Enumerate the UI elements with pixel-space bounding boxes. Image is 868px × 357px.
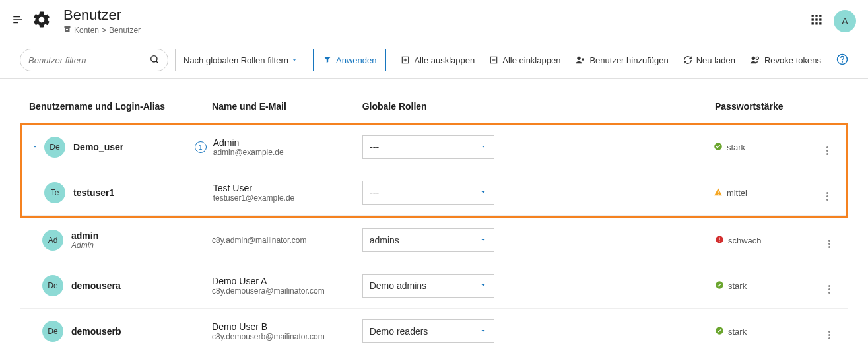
user-display-name: Demo User B xyxy=(212,321,362,332)
user-display-name: Admin xyxy=(213,137,362,148)
warning-triangle-icon xyxy=(714,187,723,199)
role-select[interactable]: Demo readers xyxy=(362,319,494,343)
svg-point-22 xyxy=(752,57,755,60)
svg-rect-4 xyxy=(815,15,817,17)
highlighted-rows: DeDemo_user1Adminadmin@example.de---star… xyxy=(20,123,848,218)
role-select-value: --- xyxy=(370,142,379,152)
user-cell: AdadminAdmin xyxy=(29,230,212,251)
table-header: Benutzername und Login-Alias Name und E-… xyxy=(20,86,848,124)
user-avatar: De xyxy=(44,137,65,158)
apps-icon[interactable] xyxy=(810,13,823,28)
row-menu-button[interactable] xyxy=(819,324,839,339)
info-badge[interactable]: 1 xyxy=(195,141,207,153)
svg-rect-31 xyxy=(719,241,719,242)
check-circle-icon xyxy=(715,280,724,292)
collapse-all-button[interactable]: Alle einklappen xyxy=(489,55,560,65)
expand-chevron-icon[interactable] xyxy=(31,142,44,152)
username: demousera xyxy=(71,280,121,291)
svg-point-25 xyxy=(842,61,843,62)
role-cell: --- xyxy=(362,181,714,205)
role-select[interactable]: admins xyxy=(362,228,494,252)
row-menu-button[interactable] xyxy=(819,278,839,294)
user-email: admin@example.de xyxy=(213,148,362,157)
row-menu-button[interactable] xyxy=(817,185,837,201)
add-user-button[interactable]: Benutzer hinzufügen xyxy=(575,55,668,65)
svg-rect-28 xyxy=(718,194,718,195)
user-email: c8y.demousera@mailinator.com xyxy=(212,286,362,296)
table-row[interactable]: DedemouserbDemo User Bc8y.demouserb@mail… xyxy=(20,309,848,354)
role-filter-label: Nach globalen Rollen filtern xyxy=(184,55,288,65)
password-strength-cell: schwach xyxy=(715,235,819,246)
user-avatar: De xyxy=(42,275,63,296)
row-menu-button[interactable] xyxy=(817,140,837,155)
user-cell: Dedemouserb xyxy=(29,321,212,342)
svg-rect-30 xyxy=(719,237,719,240)
password-strength-label: schwach xyxy=(728,236,762,245)
role-select[interactable]: --- xyxy=(362,135,494,159)
breadcrumb-root[interactable]: Konten xyxy=(74,26,99,35)
breadcrumb-sep: > xyxy=(102,26,106,35)
user-email: c8y.demouserb@mailinator.com xyxy=(212,332,362,341)
search-icon[interactable] xyxy=(149,54,160,67)
menu-icon[interactable] xyxy=(12,14,24,28)
row-menu-button[interactable] xyxy=(819,233,839,248)
reload-button[interactable]: Neu laden xyxy=(683,55,735,65)
svg-rect-9 xyxy=(812,22,814,24)
apply-label: Anwenden xyxy=(336,55,376,65)
username: admin xyxy=(71,230,98,241)
page-title: Benutzer xyxy=(63,7,141,24)
col-header-user: Benutzername und Login-Alias xyxy=(29,101,212,112)
avatar[interactable]: A xyxy=(834,10,856,32)
user-display-name: Test User xyxy=(213,183,362,193)
toolbar: Nach globalen Rollen filtern Anwenden Al… xyxy=(0,42,868,79)
svg-rect-6 xyxy=(812,19,814,21)
name-cell: Demo User Bc8y.demouserb@mailinator.com xyxy=(212,321,362,341)
breadcrumb: Konten > Benutzer xyxy=(63,25,141,35)
role-select[interactable]: --- xyxy=(362,181,494,205)
role-cell: Demo readers xyxy=(362,319,715,343)
user-display-name: Demo User A xyxy=(212,276,362,286)
expand-all-label: Alle ausklappen xyxy=(414,55,475,65)
caret-down-icon xyxy=(479,326,487,337)
check-circle-icon xyxy=(715,326,724,337)
svg-rect-27 xyxy=(718,191,718,193)
revoke-tokens-label: Revoke tokens xyxy=(764,55,821,65)
table-row[interactable]: AdadminAdminc8y.admin@mailinator.comadmi… xyxy=(20,218,848,263)
breadcrumb-current: Benutzer xyxy=(109,26,141,35)
accounts-icon xyxy=(63,25,71,35)
col-header-pwd: Passwortstärke xyxy=(715,101,819,112)
password-strength-cell: mittel xyxy=(714,187,818,199)
kebab-icon xyxy=(828,285,830,294)
table-row[interactable]: Tetestuser1Test Usertestuser1@example.de… xyxy=(22,170,846,216)
caret-down-icon xyxy=(291,55,298,65)
gear-icon xyxy=(32,10,51,32)
table-row[interactable]: DeDemo_user1Adminadmin@example.de---star… xyxy=(22,125,846,170)
svg-rect-10 xyxy=(815,22,817,24)
col-header-roles: Globale Rollen xyxy=(362,101,715,112)
role-select-value: admins xyxy=(370,235,399,245)
password-strength-label: stark xyxy=(728,327,747,337)
role-select[interactable]: Demo admins xyxy=(362,274,494,298)
password-strength-label: stark xyxy=(728,281,747,291)
caret-down-icon xyxy=(479,235,487,245)
expand-all-button[interactable]: Alle ausklappen xyxy=(401,55,475,65)
kebab-icon xyxy=(828,240,830,248)
filter-input[interactable] xyxy=(28,55,149,65)
filter-icon xyxy=(323,55,332,66)
username: Demo_user xyxy=(73,142,123,152)
filter-input-wrap[interactable] xyxy=(20,49,168,71)
user-cell: Dedemousera xyxy=(29,275,212,296)
check-circle-icon xyxy=(714,142,723,153)
table-row[interactable]: DedemouseraDemo User Ac8y.demousera@mail… xyxy=(20,263,848,309)
role-filter-dropdown[interactable]: Nach globalen Rollen filtern xyxy=(175,49,306,71)
password-strength-cell: stark xyxy=(715,280,819,292)
revoke-tokens-button[interactable]: Revoke tokens xyxy=(750,55,821,65)
caret-down-icon xyxy=(479,280,487,291)
help-icon[interactable] xyxy=(836,53,848,67)
apply-button[interactable]: Anwenden xyxy=(313,49,386,71)
user-email: testuser1@example.de xyxy=(213,193,362,203)
role-select-value: Demo readers xyxy=(370,326,428,337)
col-header-name: Name und E-Mail xyxy=(212,101,362,112)
user-avatar: Ad xyxy=(42,230,63,251)
caret-down-icon xyxy=(479,187,487,198)
